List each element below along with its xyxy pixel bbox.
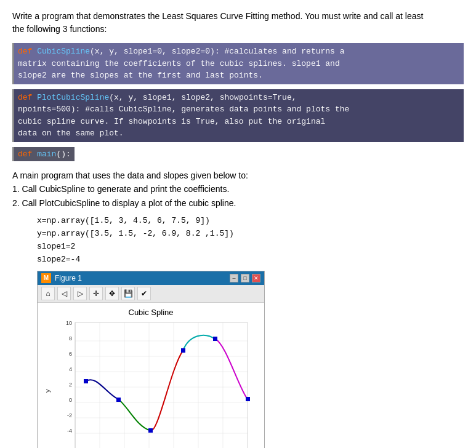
desc-line2: 1. Call CubicSpline to generate and prin…: [12, 182, 464, 196]
cubic-spline-code-block: def CubicSpline(x, y, slope1=0, slope2=0…: [12, 43, 464, 84]
plot-spline-line1-rest: (x, y, slope1, slope2, showpoints=True,: [109, 93, 296, 102]
svg-text:10: 10: [66, 320, 72, 326]
y-axis-label: y: [42, 319, 51, 448]
plot-cubic-spline-code-block: def PlotCubicSpline(x, y, slope1, slope2…: [12, 89, 464, 142]
plot-spline-line3: cubic spline curve. If showpoints is Tru…: [18, 117, 325, 126]
svg-text:-2: -2: [67, 412, 72, 418]
func-name-cubicspline: CubicSpline: [37, 47, 90, 56]
keyword-def-2: def: [18, 93, 37, 102]
intro-line1: Write a program that demonstrates the Le…: [12, 11, 423, 21]
plot-svg: 10 8 6 4 2 0 -2 -4 1 2 3 4 5 6 7: [51, 319, 259, 448]
zoom-button[interactable]: ✛: [89, 287, 103, 300]
figure-icon: M: [41, 273, 51, 283]
svg-text:8: 8: [69, 335, 72, 342]
intro-paragraph: Write a program that demonstrates the Le…: [12, 10, 464, 36]
svg-text:0: 0: [69, 397, 72, 403]
cubic-spline-line2: matrix containing the coefficients of th…: [18, 59, 340, 68]
titlebar-left: M Figure 1: [41, 273, 82, 283]
plot-container: y: [42, 319, 259, 448]
window-controls[interactable]: – □ ✕: [230, 274, 260, 282]
check-button[interactable]: ✔: [137, 287, 151, 300]
code-val-line1: x=np.array([1.5, 3, 4.5, 6, 7.5, 9]): [37, 215, 464, 228]
cubic-spline-line1-rest: (x, y, slope1=0, slope2=0): #calculates …: [90, 47, 344, 56]
data-point-2: [116, 398, 121, 402]
forward-button[interactable]: ▷: [73, 287, 87, 300]
intro-line2: the following 3 functions:: [12, 24, 107, 34]
plot-title: Cubic Spline: [42, 308, 259, 317]
svg-text:6: 6: [69, 351, 72, 357]
func-name-plotcubicspline: PlotCubicSpline: [37, 93, 109, 102]
data-point-3: [148, 428, 153, 433]
code-val-line2: y=np.array([3.5, 1.5, -2, 6.9, 8.2 ,1.5]…: [37, 228, 464, 241]
minimize-button[interactable]: –: [230, 274, 238, 282]
keyword-def-1: def: [18, 47, 37, 56]
data-point-5: [213, 337, 217, 341]
desc-line1: A main program that uses the data and sl…: [12, 169, 464, 182]
figure-titlebar: M Figure 1 – □ ✕: [38, 271, 264, 285]
code-values-block: x=np.array([1.5, 3, 4.5, 6, 7.5, 9]) y=n…: [37, 215, 464, 266]
figure-title: Figure 1: [55, 274, 82, 282]
data-point-6: [246, 397, 250, 401]
pan-button[interactable]: ✥: [105, 287, 119, 300]
data-point-1: [84, 379, 88, 383]
description-block: A main program that uses the data and sl…: [12, 169, 464, 210]
svg-text:-4: -4: [67, 428, 72, 434]
func-name-main: main: [37, 150, 56, 159]
main-parens: ():: [56, 150, 70, 159]
maximize-button[interactable]: □: [241, 274, 249, 282]
data-point-4: [181, 348, 185, 353]
figure-toolbar: ⌂ ◁ ▷ ✛ ✥ 💾 ✔: [38, 285, 264, 303]
main-code-block: def main():: [12, 147, 75, 162]
figure-window: M Figure 1 – □ ✕ ⌂ ◁ ▷ ✛ ✥ 💾 ✔ Cubic Spl…: [37, 271, 265, 448]
save-button[interactable]: 💾: [121, 287, 135, 300]
plot-spline-line4: data on the same plot.: [18, 129, 124, 138]
plot-area: Cubic Spline y: [38, 303, 264, 448]
svg-text:4: 4: [69, 366, 72, 372]
code-val-line4: slope2=-4: [37, 254, 464, 266]
home-button[interactable]: ⌂: [41, 287, 55, 300]
code-val-line3: slope1=2: [37, 241, 464, 254]
keyword-def-3: def: [18, 150, 37, 159]
svg-text:2: 2: [69, 382, 72, 388]
plot-spline-line2: npoints=500): #calls CubicSpline, genera…: [18, 105, 349, 114]
desc-line3: 2. Call PlotCubicSpline to display a plo…: [12, 196, 464, 210]
close-button[interactable]: ✕: [252, 274, 260, 282]
cubic-spline-line3: slope2 are the slopes at the first and l…: [18, 71, 263, 80]
plot-inner: 10 8 6 4 2 0 -2 -4 1 2 3 4 5 6 7: [51, 319, 259, 448]
back-button[interactable]: ◁: [57, 287, 71, 300]
